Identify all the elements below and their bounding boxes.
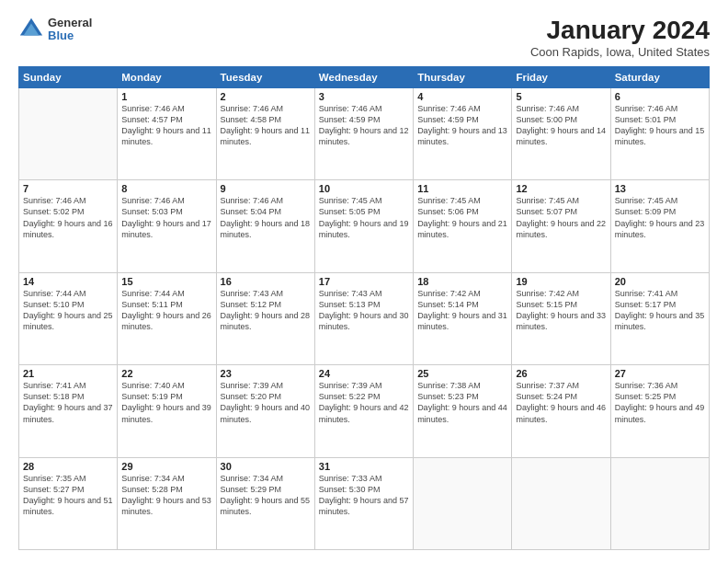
table-row: 23Sunrise: 7:39 AMSunset: 5:20 PMDayligh…: [216, 365, 314, 457]
day-number: 23: [221, 368, 311, 379]
day-info: Sunrise: 7:45 AMSunset: 5:05 PMDaylight:…: [319, 195, 409, 240]
calendar-week-4: 21Sunrise: 7:41 AMSunset: 5:18 PMDayligh…: [19, 365, 710, 457]
day-info: Sunrise: 7:42 AMSunset: 5:15 PMDaylight:…: [516, 288, 606, 333]
day-info: Sunrise: 7:46 AMSunset: 5:04 PMDaylight:…: [221, 195, 311, 240]
page: General Blue January 2024 Coon Rapids, I…: [0, 0, 728, 563]
day-info: Sunrise: 7:43 AMSunset: 5:12 PMDaylight:…: [221, 288, 311, 333]
logo-blue: Blue: [48, 29, 92, 42]
table-row: [414, 457, 512, 549]
location-title: Coon Rapids, Iowa, United States: [530, 45, 710, 59]
day-number: 4: [417, 91, 507, 102]
calendar-week-2: 7Sunrise: 7:46 AMSunset: 5:02 PMDaylight…: [19, 180, 710, 272]
day-number: 10: [319, 183, 409, 194]
calendar-header-row: Sunday Monday Tuesday Wednesday Thursday…: [19, 66, 710, 87]
table-row: 6Sunrise: 7:46 AMSunset: 5:01 PMDaylight…: [610, 87, 709, 179]
col-wednesday: Wednesday: [314, 66, 413, 87]
table-row: 26Sunrise: 7:37 AMSunset: 5:24 PMDayligh…: [512, 365, 610, 457]
month-title: January 2024: [530, 17, 710, 45]
calendar-table: Sunday Monday Tuesday Wednesday Thursday…: [18, 66, 710, 550]
table-row: 16Sunrise: 7:43 AMSunset: 5:12 PMDayligh…: [216, 272, 314, 364]
day-info: Sunrise: 7:44 AMSunset: 5:11 PMDaylight:…: [121, 288, 211, 333]
header: General Blue January 2024 Coon Rapids, I…: [18, 17, 710, 59]
table-row: 3Sunrise: 7:46 AMSunset: 4:59 PMDaylight…: [314, 87, 413, 179]
table-row: 30Sunrise: 7:34 AMSunset: 5:29 PMDayligh…: [216, 457, 314, 549]
day-info: Sunrise: 7:34 AMSunset: 5:29 PMDaylight:…: [221, 473, 311, 518]
day-number: 24: [319, 368, 409, 379]
day-number: 15: [121, 276, 211, 287]
day-info: Sunrise: 7:46 AMSunset: 5:02 PMDaylight:…: [23, 195, 113, 240]
logo-general: General: [48, 17, 92, 29]
day-number: 26: [516, 368, 606, 379]
day-number: 29: [121, 461, 211, 472]
day-info: Sunrise: 7:39 AMSunset: 5:22 PMDaylight:…: [319, 380, 409, 425]
day-info: Sunrise: 7:40 AMSunset: 5:19 PMDaylight:…: [121, 380, 211, 425]
day-number: 31: [319, 461, 409, 472]
calendar-week-5: 28Sunrise: 7:35 AMSunset: 5:27 PMDayligh…: [19, 457, 710, 549]
day-number: 3: [319, 91, 409, 102]
day-number: 27: [615, 368, 705, 379]
day-number: 14: [23, 276, 113, 287]
day-number: 9: [221, 183, 311, 194]
day-number: 21: [23, 368, 113, 379]
table-row: 17Sunrise: 7:43 AMSunset: 5:13 PMDayligh…: [314, 272, 413, 364]
table-row: 29Sunrise: 7:34 AMSunset: 5:28 PMDayligh…: [118, 457, 216, 549]
col-tuesday: Tuesday: [216, 66, 314, 87]
table-row: 14Sunrise: 7:44 AMSunset: 5:10 PMDayligh…: [19, 272, 118, 364]
day-info: Sunrise: 7:39 AMSunset: 5:20 PMDaylight:…: [221, 380, 311, 425]
table-row: 31Sunrise: 7:33 AMSunset: 5:30 PMDayligh…: [314, 457, 413, 549]
table-row: 13Sunrise: 7:45 AMSunset: 5:09 PMDayligh…: [610, 180, 709, 272]
table-row: 22Sunrise: 7:40 AMSunset: 5:19 PMDayligh…: [118, 365, 216, 457]
table-row: [19, 87, 118, 179]
day-info: Sunrise: 7:46 AMSunset: 5:00 PMDaylight:…: [516, 103, 606, 148]
day-number: 8: [121, 183, 211, 194]
table-row: 19Sunrise: 7:42 AMSunset: 5:15 PMDayligh…: [512, 272, 610, 364]
col-friday: Friday: [512, 66, 610, 87]
day-info: Sunrise: 7:45 AMSunset: 5:07 PMDaylight:…: [516, 195, 606, 240]
day-info: Sunrise: 7:46 AMSunset: 4:58 PMDaylight:…: [221, 103, 311, 148]
day-number: 5: [516, 91, 606, 102]
table-row: 5Sunrise: 7:46 AMSunset: 5:00 PMDaylight…: [512, 87, 610, 179]
table-row: 21Sunrise: 7:41 AMSunset: 5:18 PMDayligh…: [19, 365, 118, 457]
table-row: 18Sunrise: 7:42 AMSunset: 5:14 PMDayligh…: [414, 272, 512, 364]
day-info: Sunrise: 7:37 AMSunset: 5:24 PMDaylight:…: [516, 380, 606, 425]
day-info: Sunrise: 7:45 AMSunset: 5:09 PMDaylight:…: [615, 195, 705, 240]
table-row: 15Sunrise: 7:44 AMSunset: 5:11 PMDayligh…: [118, 272, 216, 364]
table-row: 9Sunrise: 7:46 AMSunset: 5:04 PMDaylight…: [216, 180, 314, 272]
day-number: 16: [221, 276, 311, 287]
table-row: 8Sunrise: 7:46 AMSunset: 5:03 PMDaylight…: [118, 180, 216, 272]
day-info: Sunrise: 7:46 AMSunset: 4:59 PMDaylight:…: [417, 103, 507, 148]
day-info: Sunrise: 7:46 AMSunset: 5:01 PMDaylight:…: [615, 103, 705, 148]
day-number: 11: [417, 183, 507, 194]
day-info: Sunrise: 7:34 AMSunset: 5:28 PMDaylight:…: [121, 473, 211, 518]
day-info: Sunrise: 7:41 AMSunset: 5:18 PMDaylight:…: [23, 380, 113, 425]
day-number: 7: [23, 183, 113, 194]
day-number: 28: [23, 461, 113, 472]
day-number: 18: [417, 276, 507, 287]
table-row: 7Sunrise: 7:46 AMSunset: 5:02 PMDaylight…: [19, 180, 118, 272]
day-info: Sunrise: 7:45 AMSunset: 5:06 PMDaylight:…: [417, 195, 507, 240]
day-info: Sunrise: 7:36 AMSunset: 5:25 PMDaylight:…: [615, 380, 705, 425]
day-number: 2: [221, 91, 311, 102]
table-row: 24Sunrise: 7:39 AMSunset: 5:22 PMDayligh…: [314, 365, 413, 457]
logo-icon: [18, 17, 44, 42]
table-row: 11Sunrise: 7:45 AMSunset: 5:06 PMDayligh…: [414, 180, 512, 272]
day-number: 13: [615, 183, 705, 194]
day-number: 20: [615, 276, 705, 287]
table-row: 20Sunrise: 7:41 AMSunset: 5:17 PMDayligh…: [610, 272, 709, 364]
col-monday: Monday: [118, 66, 216, 87]
day-number: 12: [516, 183, 606, 194]
calendar-week-3: 14Sunrise: 7:44 AMSunset: 5:10 PMDayligh…: [19, 272, 710, 364]
table-row: [512, 457, 610, 549]
day-info: Sunrise: 7:38 AMSunset: 5:23 PMDaylight:…: [417, 380, 507, 425]
table-row: [610, 457, 709, 549]
table-row: 4Sunrise: 7:46 AMSunset: 4:59 PMDaylight…: [414, 87, 512, 179]
day-number: 22: [121, 368, 211, 379]
table-row: 28Sunrise: 7:35 AMSunset: 5:27 PMDayligh…: [19, 457, 118, 549]
day-info: Sunrise: 7:43 AMSunset: 5:13 PMDaylight:…: [319, 288, 409, 333]
day-info: Sunrise: 7:46 AMSunset: 4:59 PMDaylight:…: [319, 103, 409, 148]
col-thursday: Thursday: [414, 66, 512, 87]
table-row: 12Sunrise: 7:45 AMSunset: 5:07 PMDayligh…: [512, 180, 610, 272]
day-number: 25: [417, 368, 507, 379]
title-block: January 2024 Coon Rapids, Iowa, United S…: [530, 17, 710, 59]
day-number: 30: [221, 461, 311, 472]
